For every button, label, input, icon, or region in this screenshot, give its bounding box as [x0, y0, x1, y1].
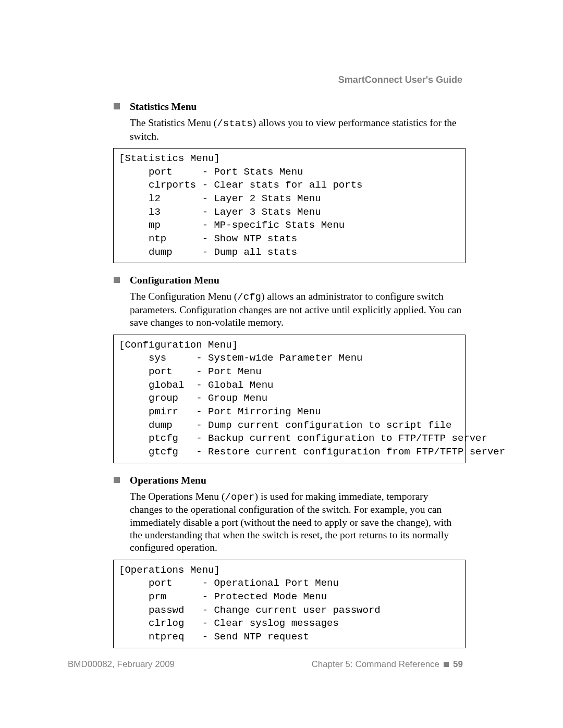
code-block-operations: [Operations Menu] port - Operational Por…: [113, 560, 466, 648]
square-bullet-icon: [114, 277, 120, 283]
section-paragraph: The Configuration Menu (/cfg) allows an …: [130, 290, 463, 329]
section-bullet-operations: Operations Menu: [114, 475, 463, 486]
para-text-part: The Statistics Menu (: [130, 117, 217, 128]
para-mono-part: /stats: [217, 118, 252, 129]
section-bullet-configuration: Configuration Menu: [114, 275, 463, 286]
section-heading: Operations Menu: [130, 475, 206, 486]
para-mono-part: /oper: [225, 491, 255, 503]
section-bullet-statistics: Statistics Menu: [114, 101, 463, 113]
section-paragraph: The Operations Menu (/oper) is used for …: [130, 490, 463, 554]
footer-page-number: 59: [453, 659, 463, 670]
section-paragraph: The Statistics Menu (/stats) allows you …: [130, 117, 463, 143]
footer-right: Chapter 5: Command Reference 59: [311, 659, 463, 670]
section-heading: Statistics Menu: [130, 101, 197, 113]
para-mono-part: /cfg: [237, 291, 261, 303]
para-text-part: The Configuration Menu (: [130, 291, 237, 302]
footer-left: BMD00082, February 2009: [68, 659, 175, 670]
square-bullet-icon: [444, 662, 449, 667]
document-footer: BMD00082, February 2009 Chapter 5: Comma…: [68, 659, 463, 670]
document-header-title: SmartConnect User's Guide: [338, 75, 462, 85]
para-text-part: The Operations Menu (: [130, 491, 225, 502]
square-bullet-icon: [114, 477, 120, 483]
code-block-configuration: [Configuration Menu] sys - System-wide P…: [113, 335, 466, 463]
section-heading: Configuration Menu: [130, 275, 219, 286]
footer-chapter: Chapter 5: Command Reference: [311, 659, 439, 670]
document-content: Statistics Menu The Statistics Menu (/st…: [114, 101, 463, 648]
code-block-statistics: [Statistics Menu] port - Port Stats Menu…: [113, 148, 466, 263]
square-bullet-icon: [114, 103, 120, 109]
